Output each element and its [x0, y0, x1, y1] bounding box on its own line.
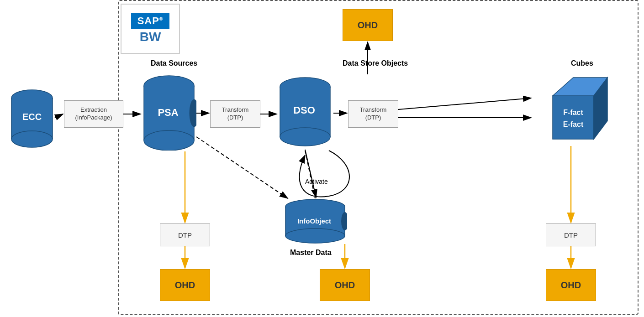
- svg-point-2: [11, 131, 53, 147]
- ohd-top-box: OHD: [343, 9, 393, 41]
- transform-dtp-2-box: Transform(DTP): [348, 100, 398, 128]
- svg-text:DSO: DSO: [293, 104, 315, 116]
- svg-text:PSA: PSA: [158, 107, 178, 118]
- transform-dtp-2-label: Transform(DTP): [360, 106, 387, 122]
- dtp-psa-label: DTP: [178, 231, 192, 239]
- ohd-cubes-label: OHD: [561, 280, 581, 291]
- dtp-cubes-box: DTP: [546, 223, 596, 246]
- svg-point-8: [144, 130, 194, 151]
- master-data-label: Master Data: [290, 249, 332, 257]
- svg-point-26: [285, 229, 345, 243]
- activate-label: Activate: [305, 178, 328, 185]
- dtp-psa-box: DTP: [160, 223, 210, 246]
- data-sources-label: Data Sources: [151, 59, 197, 68]
- ohd-psa-box: OHD: [160, 269, 210, 301]
- svg-text:F-fact: F-fact: [563, 109, 583, 116]
- dso-cylinder: DSO: [278, 75, 333, 148]
- info-object-shape: InfoObject: [283, 198, 347, 244]
- svg-marker-19: [553, 96, 594, 139]
- transform-dtp-1-label: Transform(DTP): [222, 106, 249, 122]
- svg-text:E-fact: E-fact: [563, 120, 584, 128]
- data-store-objects-label: Data Store Objects: [343, 59, 408, 68]
- ohd-psa-label: OHD: [175, 280, 195, 291]
- ohd-top-label: OHD: [358, 20, 378, 31]
- svg-point-15: [280, 128, 330, 146]
- svg-text:InfoObject: InfoObject: [297, 217, 331, 225]
- dtp-cubes-label: DTP: [564, 231, 578, 239]
- cubes-label: Cubes: [571, 59, 593, 68]
- ecc-cylinder: ECC: [9, 89, 55, 148]
- diagram: SAP® BW Data Sources Data Store Objects …: [0, 0, 644, 317]
- ohd-cubes-box: OHD: [546, 269, 596, 301]
- extraction-box: Extraction(InfoPackage): [64, 100, 123, 128]
- ohd-master-box: OHD: [320, 269, 370, 301]
- extraction-label: Extraction(InfoPackage): [75, 106, 112, 122]
- cubes-shape: F-fact E-fact: [532, 68, 610, 146]
- svg-text:ECC: ECC: [22, 112, 42, 122]
- transform-dtp-1-box: Transform(DTP): [210, 100, 260, 128]
- bw-boundary: [118, 0, 639, 315]
- psa-cylinder: PSA: [142, 73, 196, 151]
- ohd-master-label: OHD: [335, 280, 355, 291]
- svg-line-34: [55, 114, 63, 118]
